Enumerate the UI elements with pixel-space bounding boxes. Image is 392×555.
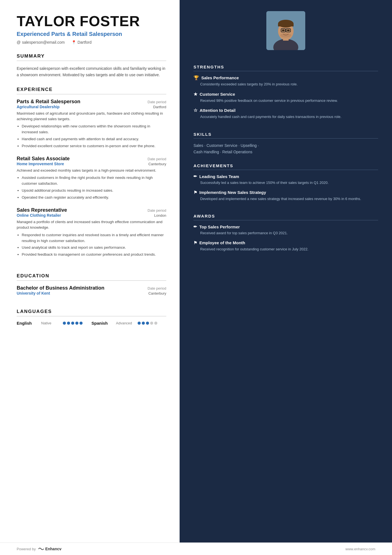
- achievement-1: ✏ Leading Sales Team Successfully led a …: [193, 174, 378, 186]
- right-column: STRENGTHS 🏆 Sales Performance Consistent…: [180, 0, 392, 542]
- strength-1-header: 🏆 Sales Performance: [193, 75, 378, 80]
- dot: [63, 322, 66, 325]
- job-3-bullets: Responded to customer inquiries and reso…: [17, 232, 166, 258]
- education-title: EDUCATION: [17, 273, 166, 281]
- job-2-desc: Achieved and exceeded monthly sales targ…: [17, 168, 166, 173]
- edu-1-location: Canterbury: [148, 291, 166, 295]
- candidate-subtitle: Experienced Parts & Retail Salesperson: [17, 31, 166, 37]
- left-column: TAYLOR FOSTER Experienced Parts & Retail…: [0, 0, 180, 542]
- award-1-header: ✏ Top Sales Performer: [193, 224, 378, 229]
- svg-rect-8: [287, 29, 290, 31]
- job-2-company-row: Home Improvement Store Canterbury: [17, 162, 166, 166]
- lang-english-level: Native: [41, 321, 61, 325]
- job-2-title: Retail Sales Associate: [17, 156, 70, 162]
- job-2-bullets: Assisted customers in finding the right …: [17, 175, 166, 201]
- strength-3-header: ☆ Attention to Detail: [193, 108, 378, 113]
- powered-by-text: Powered by: [17, 547, 36, 551]
- lang-spanish-dots: [138, 322, 157, 325]
- candidate-name: TAYLOR FOSTER: [17, 13, 166, 29]
- job-1-company-row: Agricultural Dealership Dartford: [17, 105, 166, 109]
- strength-2-title: Customer Service: [200, 92, 235, 97]
- strength-1: 🏆 Sales Performance Consistently exceede…: [193, 75, 378, 87]
- star-outline-icon: ☆: [193, 108, 197, 113]
- achievement-2-title: Implementing New Sales Strategy: [199, 190, 266, 195]
- language-spanish: Spanish Advanced: [91, 321, 157, 325]
- job-2-company: Home Improvement Store: [17, 162, 64, 166]
- job-3-header: Sales Representative Date period: [17, 207, 166, 213]
- job-2-header: Retail Sales Associate Date period: [17, 156, 166, 162]
- edu-1-institution: University of Kent: [17, 291, 50, 295]
- dot: [80, 322, 83, 325]
- list-item: Provided feedback to management on custo…: [22, 252, 166, 258]
- footer: Powered by Enhancv www.enhancv.com: [0, 542, 392, 555]
- achievement-1-title: Leading Sales Team: [199, 174, 239, 179]
- achievement-2: ⚑ Implementing New Sales Strategy Develo…: [193, 190, 378, 202]
- dot: [75, 322, 78, 325]
- job-3-location: London: [154, 213, 166, 218]
- languages-section: LANGUAGES English Native Spanis: [17, 309, 166, 325]
- strength-2-desc: Received 98% positive feedback on custom…: [193, 98, 378, 103]
- award-2-desc: Received recognition for outstanding cus…: [193, 246, 378, 252]
- lang-spanish-name: Spanish: [91, 321, 114, 325]
- strength-1-desc: Consistently exceeded sales targets by 2…: [193, 82, 378, 87]
- edu-1-inst-row: University of Kent Canterbury: [17, 291, 166, 295]
- list-item: Operated the cash register accurately an…: [22, 195, 166, 201]
- star-filled-icon: ★: [193, 92, 197, 97]
- contact-row: @ salesperson@email.com 📍 Dartford: [17, 40, 166, 45]
- edu-1-date: Date period: [148, 286, 166, 290]
- job-2-location: Canterbury: [148, 162, 166, 166]
- skills-text-line2: Cash Handling · Retail Operations: [193, 149, 378, 156]
- award-1-desc: Received award for top sales performance…: [193, 230, 378, 236]
- location-contact: 📍 Dartford: [71, 40, 92, 45]
- dot: [154, 322, 157, 325]
- job-3-date: Date period: [148, 208, 166, 213]
- footer-left: Powered by Enhancv: [17, 547, 61, 551]
- pencil-icon-2: ✏: [193, 224, 197, 229]
- header-section: TAYLOR FOSTER Experienced Parts & Retail…: [17, 13, 166, 45]
- lang-spanish-level: Advanced: [116, 321, 135, 325]
- award-2-header: ⚑ Employee of the Month: [193, 240, 378, 245]
- dot: [67, 322, 70, 325]
- strength-2: ★ Customer Service Received 98% positive…: [193, 92, 378, 103]
- achievements-title: ACHIEVEMENTS: [193, 163, 378, 170]
- svg-rect-6: [278, 24, 294, 26]
- job-3: Sales Representative Date period Online …: [17, 207, 166, 258]
- email-icon: @: [17, 40, 21, 45]
- list-item: Developed relationships with new custome…: [22, 124, 166, 135]
- profile-photo-svg: [266, 11, 305, 50]
- job-3-desc: Managed a portfolio of clients and incre…: [17, 219, 166, 231]
- job-1-header: Parts & Retail Salesperson Date period: [17, 99, 166, 105]
- list-item: Provided excellent customer service to c…: [22, 143, 166, 149]
- brand-name: Enhancv: [45, 547, 61, 551]
- enhancv-logo-icon: [38, 547, 44, 551]
- edu-1-header: Bachelor of Business Administration Date…: [17, 285, 166, 291]
- summary-title: SUMMARY: [17, 53, 166, 61]
- strengths-title: STRENGTHS: [193, 65, 378, 71]
- job-2-date: Date period: [148, 157, 166, 161]
- profile-photo: [266, 11, 305, 50]
- summary-text: Experienced salesperson with excellent c…: [17, 65, 166, 78]
- trophy-icon: 🏆: [193, 75, 199, 80]
- summary-section: SUMMARY Experienced salesperson with exc…: [17, 53, 166, 78]
- languages-row: English Native Spanish Advanced: [17, 321, 166, 325]
- svg-rect-7: [282, 29, 285, 31]
- achievement-1-desc: Successfully led a sales team to achieve…: [193, 180, 378, 186]
- award-1-title: Top Sales Performer: [199, 225, 240, 229]
- strengths-section: STRENGTHS 🏆 Sales Performance Consistent…: [193, 65, 378, 124]
- lang-english-dots: [63, 322, 83, 325]
- flag-icon-2: ⚑: [193, 240, 197, 245]
- language-english: English Native: [17, 321, 83, 325]
- job-3-company: Online Clothing Retailer: [17, 213, 61, 218]
- enhancv-logo: Enhancv: [38, 547, 61, 551]
- languages-title: LANGUAGES: [17, 309, 166, 316]
- strength-3-desc: Accurately handled cash and card payment…: [193, 114, 378, 120]
- dot: [150, 322, 153, 325]
- pencil-icon-1: ✏: [193, 174, 197, 179]
- achievement-2-desc: Developed and implemented a new sales st…: [193, 196, 378, 202]
- dot: [71, 322, 74, 325]
- list-item: Used analytical skills to track and repo…: [22, 245, 166, 251]
- list-item: Assisted customers in finding the right …: [22, 175, 166, 187]
- job-3-title: Sales Representative: [17, 207, 67, 213]
- experience-section: EXPERIENCE Parts & Retail Salesperson Da…: [17, 87, 166, 264]
- edu-1: Bachelor of Business Administration Date…: [17, 285, 166, 295]
